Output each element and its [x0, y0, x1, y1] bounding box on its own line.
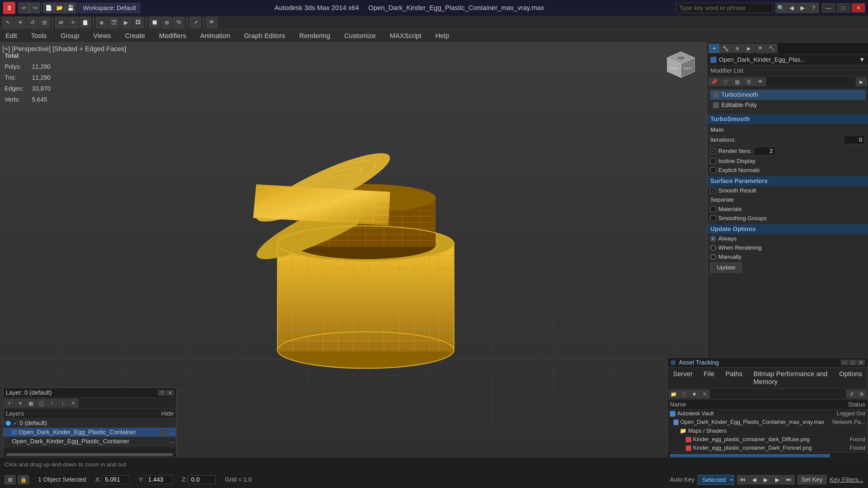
key-filters-link[interactable]: Key Filters... — [830, 476, 863, 483]
motion-tab[interactable]: ▶ — [743, 44, 754, 53]
at-row-vault[interactable]: Autodesk Vault Logged Out — [668, 410, 868, 418]
pin-icon[interactable]: 📌 — [709, 77, 719, 86]
layer-row-default[interactable]: ✓ 0 (default) — [3, 419, 176, 428]
status-icon-2[interactable]: 🔒 — [18, 475, 29, 484]
at-tool-2[interactable]: □ — [679, 390, 689, 398]
search-button[interactable]: 🔍 — [776, 3, 786, 13]
at-row-maxfile[interactable]: Open_Dark_Kinder_Egg_Plastic_Container_m… — [668, 418, 868, 427]
modifier-turbosmooth[interactable]: TurboSmooth — [710, 90, 866, 100]
viewcube[interactable]: TOP RIGHT FRONT — [664, 48, 698, 82]
prev-frame-btn[interactable]: ◀ — [749, 475, 760, 484]
go-end-btn[interactable]: ⏭ — [783, 475, 794, 484]
layer-remove-btn[interactable]: ▢ — [36, 399, 46, 408]
update-button[interactable]: Update — [710, 263, 742, 272]
layer-highlight-btn[interactable]: ↓ — [58, 399, 67, 408]
layer-options-btn[interactable]: ≡ — [68, 399, 78, 408]
open-btn[interactable]: 📂 — [54, 2, 65, 13]
always-radio[interactable] — [710, 236, 716, 241]
select-tool[interactable]: ↖ — [2, 17, 13, 28]
at-row-maps[interactable]: 📁 Maps / Shaders — [668, 427, 868, 435]
move-tool[interactable]: ✛ — [14, 17, 26, 28]
angle-snap[interactable]: ⊕ — [161, 17, 172, 28]
maximize-button[interactable]: □ — [837, 3, 850, 12]
percent-snap[interactable]: % — [174, 17, 184, 28]
layer-select-btn[interactable]: ↑ — [47, 399, 57, 408]
layer-add-btn[interactable]: ▦ — [26, 399, 36, 408]
explicit-normals-checkbox[interactable] — [710, 167, 716, 173]
close-button[interactable]: ✕ — [851, 3, 865, 12]
layer-row-container[interactable]: Open_Dark_Kinder_Egg_Plastic_Container □… — [3, 428, 176, 437]
layer-panel-close[interactable]: ✕ — [166, 390, 174, 396]
help-button[interactable]: ? — [808, 3, 819, 13]
menu-graph-editors[interactable]: Graph Editors — [242, 31, 288, 41]
at-menu-bitmap[interactable]: Bitmap Performance and Memory — [751, 369, 831, 387]
hierarchy-tab[interactable]: ⊕ — [732, 44, 743, 53]
layer-scrollbar[interactable] — [6, 453, 173, 456]
iterations-input[interactable] — [844, 136, 865, 144]
ref-coord[interactable]: ↗ — [190, 17, 201, 28]
selected-dropdown[interactable]: Selected — [698, 475, 734, 485]
isoline-checkbox[interactable] — [710, 158, 716, 164]
workspace-button[interactable]: Workspace: Default — [79, 3, 140, 13]
at-row-fresnel[interactable]: Kinder_egg_plastic_container_Dark_Fresne… — [668, 444, 868, 452]
menu-customize[interactable]: Customize — [342, 31, 378, 41]
smooth-result-checkbox[interactable]: ✓ — [710, 188, 716, 193]
utilities-tab[interactable]: 🔨 — [766, 44, 777, 53]
panel-arrow[interactable]: ▼ — [859, 56, 865, 63]
at-minimize[interactable]: — — [841, 360, 848, 365]
y-coord-input[interactable] — [146, 475, 173, 484]
at-menu-server[interactable]: Server — [671, 369, 695, 387]
menu-tools[interactable]: Tools — [29, 31, 49, 41]
menu-animation[interactable]: Animation — [198, 31, 232, 41]
menu-views[interactable]: Views — [91, 31, 113, 41]
layer-vis-toggle[interactable]: □ — [161, 430, 168, 435]
at-close[interactable]: ✕ — [857, 360, 865, 365]
obj-icon[interactable]: ▧ — [732, 77, 743, 86]
menu-maxscript[interactable]: MAXScript — [387, 31, 424, 41]
at-maximize[interactable]: □ — [849, 360, 857, 365]
undo-btn[interactable]: ↩ — [18, 2, 29, 13]
layer-delete-btn[interactable]: ✕ — [15, 399, 25, 408]
scale-tool[interactable]: ⊞ — [39, 17, 50, 28]
menu-group[interactable]: Group — [58, 31, 82, 41]
new-btn[interactable]: 📄 — [43, 2, 54, 13]
smoothing-groups-checkbox[interactable] — [710, 216, 716, 221]
go-start-btn[interactable]: ⏮ — [737, 475, 748, 484]
menu-rendering[interactable]: Rendering — [297, 31, 333, 41]
modifier-editable-poly[interactable]: Editable Poly — [710, 100, 866, 110]
render-iters-checkbox[interactable]: ✓ — [710, 149, 716, 154]
expand-icon[interactable]: ▶ — [856, 77, 867, 86]
play-btn[interactable]: ▶ — [760, 475, 771, 484]
minimize-button[interactable]: — — [822, 3, 835, 12]
object-color-swatch[interactable] — [710, 57, 716, 63]
status-icon-1[interactable]: ⊞ — [5, 475, 16, 484]
at-refresh-btn[interactable]: ↺ — [846, 390, 856, 398]
at-menu-options[interactable]: Options — [837, 369, 865, 387]
rotate-tool[interactable]: ↺ — [27, 17, 38, 28]
render-iters-input[interactable] — [754, 147, 776, 155]
z-coord-input[interactable] — [188, 475, 216, 484]
menu-help[interactable]: Help — [433, 31, 452, 41]
at-row-diffuse[interactable]: Kinder_egg_plastic_container_dark_Diffus… — [668, 435, 868, 444]
menu-edit[interactable]: Edit — [3, 31, 20, 41]
when-rendering-radio[interactable] — [710, 245, 716, 251]
at-scroll-area[interactable]: Autodesk Vault Logged Out Open_Dark_Kind… — [668, 410, 868, 452]
snap-toggle[interactable]: 🔲 — [149, 17, 160, 28]
save-btn[interactable]: 💾 — [65, 2, 76, 13]
layer-panel-help[interactable]: ? — [158, 390, 165, 396]
manually-radio[interactable] — [710, 254, 716, 260]
render-view-tool[interactable]: 🖼 — [133, 17, 144, 28]
stack-icon[interactable]: ☰ — [743, 77, 754, 86]
mirror-tool[interactable]: ⇌ — [55, 17, 66, 28]
view-btn[interactable]: 👁 — [206, 17, 217, 28]
at-settings-btn[interactable]: ⚙ — [857, 390, 866, 398]
layer-row-container-sub[interactable]: Open_Dark_Kinder_Egg_Plastic_Container .… — [3, 437, 176, 446]
menu-modifiers[interactable]: Modifiers — [157, 31, 189, 41]
display-tab[interactable]: 👁 — [755, 44, 766, 53]
create-tab[interactable]: ✦ — [709, 44, 719, 53]
menu-create[interactable]: Create — [123, 31, 148, 41]
show-icon[interactable]: 👁 — [755, 77, 766, 86]
layer-tool[interactable]: 📋 — [80, 17, 91, 28]
box-icon[interactable]: □ — [720, 77, 731, 86]
materials-checkbox[interactable] — [710, 206, 716, 212]
